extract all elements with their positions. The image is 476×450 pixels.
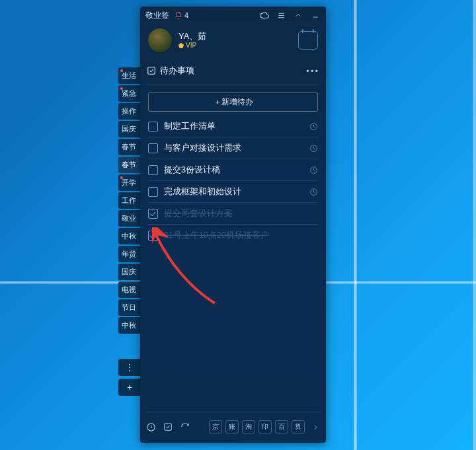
hamburger-icon	[277, 11, 286, 20]
app-panel: 敬业签 4 YA、茹 VIP	[140, 7, 326, 443]
todo-text: 提交两套设计方案	[164, 208, 318, 219]
side-tab[interactable]: 年货	[118, 246, 140, 262]
side-tabs-add-button[interactable]: +	[118, 379, 141, 396]
cloud-sync-icon	[259, 11, 269, 20]
side-tab[interactable]: 春节	[118, 139, 140, 155]
todo-text: 与客户对接设计需求	[164, 143, 309, 154]
notification-indicator[interactable]: 4	[175, 11, 188, 19]
bottom-chip-row: 京账淘印百算	[209, 420, 305, 433]
titlebar: 敬业签 4	[140, 7, 326, 24]
user-row: YA、茹 VIP	[140, 24, 326, 57]
username: YA、茹	[178, 31, 298, 42]
side-tab[interactable]: 国庆	[118, 264, 140, 280]
section-header: 待办事项 •••	[147, 61, 319, 85]
bottom-chip[interactable]: 百	[275, 420, 288, 433]
todo-text: 完成框架和初始设计	[164, 186, 309, 198]
side-tab[interactable]: 节日	[118, 299, 140, 316]
side-tab[interactable]: 中秋	[118, 228, 140, 244]
todo-text: 31号上午10点20机场接客户	[164, 230, 318, 241]
side-tabs-more-button[interactable]: ⋮	[118, 359, 141, 376]
clock-icon	[309, 166, 318, 174]
section-more-button[interactable]: •••	[306, 66, 319, 76]
plus-icon: +	[127, 382, 132, 393]
side-tab[interactable]: 工作	[118, 192, 140, 209]
todo-checkbox[interactable]	[148, 231, 158, 241]
minimize-button[interactable]	[310, 10, 321, 20]
side-tab[interactable]: 春节	[118, 157, 140, 173]
hamburger-menu-button[interactable]	[276, 10, 286, 20]
bell-icon	[175, 11, 182, 19]
bottom-toolbar: 京账淘印百算	[145, 412, 321, 439]
side-tab[interactable]: 开学	[118, 174, 140, 191]
side-tab[interactable]: 电视	[118, 281, 140, 298]
bottom-chip[interactable]: 印	[258, 420, 272, 433]
todo-row[interactable]: 31号上午10点20机场接客户	[148, 225, 318, 246]
todo-reminder-button[interactable]	[309, 166, 318, 174]
todo-checkbox[interactable]	[148, 209, 158, 219]
side-tab[interactable]: 操作	[118, 103, 140, 120]
chevron-up-icon	[294, 11, 302, 19]
cloud-sync-button[interactable]	[258, 10, 269, 20]
todo-checkbox[interactable]	[148, 143, 158, 153]
todo-list: 制定工作清单与客户对接设计需求提交3份设计稿完成框架和初始设计提交两套设计方案3…	[140, 116, 326, 246]
side-tab[interactable]: 国庆	[118, 121, 140, 137]
clock-icon	[309, 144, 318, 153]
desktop-wallpaper: 生活紧急操作国庆春节春节开学工作敬业中秋年货国庆电视节日中秋 ⋮ + 敬业签 4	[0, 0, 476, 450]
bottom-refresh-button[interactable]	[180, 422, 190, 432]
add-todo-button[interactable]: ＋新增待办	[148, 92, 318, 112]
todo-text: 制定工作清单	[164, 121, 309, 132]
app-name: 敬业签	[145, 10, 169, 21]
bottom-chevron-button[interactable]	[310, 422, 321, 432]
clock-icon	[309, 122, 318, 131]
bottom-chip[interactable]: 淘	[242, 420, 255, 433]
notification-count: 4	[184, 11, 188, 19]
todo-reminder-button[interactable]	[309, 122, 318, 131]
vip-badge: VIP	[178, 42, 298, 50]
svg-rect-6	[165, 424, 172, 431]
bottom-checkbox-button[interactable]	[163, 422, 173, 432]
calendar-button[interactable]	[298, 31, 318, 50]
refresh-icon	[180, 422, 190, 431]
todo-checkbox[interactable]	[148, 122, 158, 131]
todo-checkbox[interactable]	[148, 165, 158, 175]
checkbox-icon	[163, 422, 173, 431]
add-todo-label: ＋新增待办	[214, 96, 253, 108]
side-tab[interactable]: 紧急	[118, 85, 140, 102]
todo-row[interactable]: 与客户对接设计需求	[148, 137, 318, 159]
section-title: 待办事项	[160, 65, 306, 77]
todo-row[interactable]: 完成框架和初始设计	[148, 181, 318, 203]
more-vertical-icon: ⋮	[125, 362, 134, 373]
todo-reminder-button[interactable]	[309, 188, 318, 196]
bottom-chip[interactable]: 京	[209, 420, 222, 433]
bottom-chip[interactable]: 账	[225, 420, 239, 433]
bottom-chip[interactable]: 算	[292, 420, 305, 433]
minimize-icon	[311, 11, 319, 19]
avatar[interactable]	[148, 28, 172, 52]
todo-row[interactable]: 提交3份设计稿	[148, 159, 318, 181]
clock-icon	[309, 188, 318, 196]
bottom-clock-button[interactable]	[145, 422, 156, 432]
todo-row[interactable]: 制定工作清单	[148, 116, 318, 137]
todo-check-icon	[147, 66, 156, 75]
category-side-tabs: 生活紧急操作国庆春节春节开学工作敬业中秋年货国庆电视节日中秋	[118, 67, 140, 334]
side-tab[interactable]: 中秋	[118, 317, 140, 334]
side-tab[interactable]: 生活	[118, 67, 140, 84]
todo-text: 提交3份设计稿	[164, 165, 309, 176]
todo-checkbox[interactable]	[148, 187, 158, 197]
side-tab[interactable]: 敬业	[118, 210, 140, 227]
todo-row[interactable]: 提交两套设计方案	[148, 203, 318, 225]
chevron-right-icon	[312, 424, 319, 431]
svg-rect-0	[148, 67, 155, 75]
clock-icon	[146, 422, 156, 432]
todo-reminder-button[interactable]	[309, 144, 318, 153]
collapse-up-button[interactable]	[293, 10, 303, 20]
